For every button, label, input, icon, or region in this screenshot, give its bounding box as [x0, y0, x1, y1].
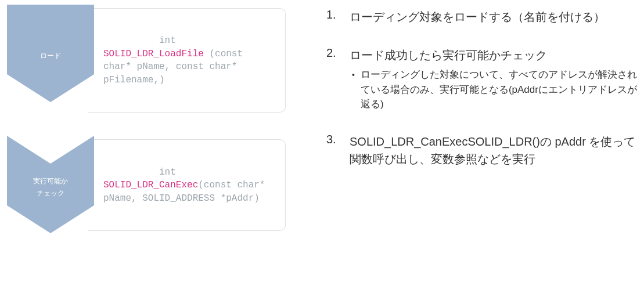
step-body: ロード成功したら実行可能かチェック • ローディングした対象について、すべてのア… [350, 46, 637, 112]
code-prefix: int [159, 35, 181, 46]
flow-step-canexec: 実行可能か チェック int SOLID_LDR_CanExec(const c… [7, 136, 303, 233]
steps-column: 1. ローディング対象をロードする（名前を付ける） 2. ロード成功したら実行可… [326, 5, 637, 233]
step-item-3: 3. SOLID_LDR_CanExecSOLID_LDR()の pAddr を… [326, 133, 637, 168]
chevron-label: ロード [7, 5, 94, 102]
step-title: ローディング対象をロードする（名前を付ける） [350, 8, 637, 26]
step-bullet: • ローディングした対象について、すべてのアドレスが解決されている場合のみ、実行… [350, 67, 637, 112]
step-item-2: 2. ロード成功したら実行可能かチェック • ローディングした対象について、すべ… [326, 46, 637, 112]
bullet-icon: • [352, 67, 355, 112]
chevron-text-line2: チェック [37, 187, 64, 200]
code-text: int SOLID_LDR_LoadFile (const char* pNam… [103, 21, 270, 99]
chevron-load: ロード [7, 5, 94, 102]
chevron-label: 実行可能か チェック [7, 136, 94, 233]
step-body: SOLID_LDR_CanExecSOLID_LDR()の pAddr を使って… [350, 133, 637, 168]
diagram-layout: ロード int SOLID_LDR_LoadFile (const char* … [7, 5, 637, 233]
flow-step-load: ロード int SOLID_LDR_LoadFile (const char* … [7, 5, 303, 113]
step-item-1: 1. ローディング対象をロードする（名前を付ける） [326, 8, 637, 26]
bullet-text: ローディングした対象について、すべてのアドレスが解決されている場合のみ、実行可能… [361, 67, 637, 112]
code-function-name: SOLID_LDR_CanExec [103, 180, 198, 190]
step-body: ローディング対象をロードする（名前を付ける） [350, 8, 637, 26]
code-box-canexec: int SOLID_LDR_CanExec(const char* pName,… [88, 139, 286, 231]
code-text: int SOLID_LDR_CanExec(const char* pName,… [103, 153, 270, 218]
step-title: ロード成功したら実行可能かチェック [350, 46, 637, 64]
code-prefix: int [159, 167, 181, 178]
step-number: 3. [326, 133, 339, 146]
chevron-text-line1: ロード [40, 50, 61, 63]
code-function-name: SOLID_LDR_LoadFile [103, 49, 204, 59]
code-box-loadfile: int SOLID_LDR_LoadFile (const char* pNam… [88, 8, 286, 113]
flow-column: ロード int SOLID_LDR_LoadFile (const char* … [7, 5, 303, 233]
step-number: 1. [326, 8, 339, 21]
chevron-canexec: 実行可能か チェック [7, 136, 94, 233]
chevron-text-line1: 実行可能か [33, 175, 68, 188]
step-number: 2. [326, 46, 339, 60]
step-title: SOLID_LDR_CanExecSOLID_LDR()の pAddr を使って… [350, 133, 637, 168]
